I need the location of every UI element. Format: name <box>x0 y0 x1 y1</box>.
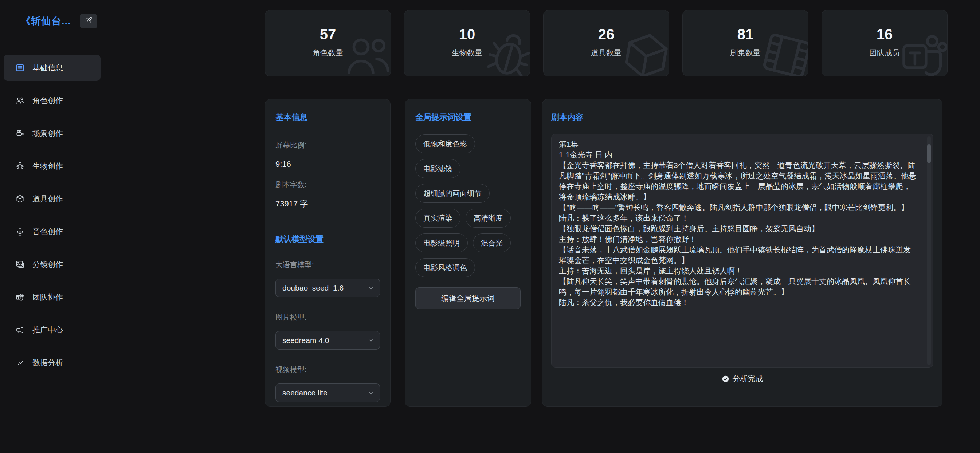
screen-ratio-value: 9:16 <box>275 159 380 169</box>
basic-info-panel: 基本信息 屏幕比例: 9:16 剧本字数: 73917 字 默认模型设置 大语言… <box>265 99 391 407</box>
video-model-select-value: seedance lite <box>282 389 328 397</box>
prompt-tag-row: 低饱和度色彩 <box>415 134 520 153</box>
video-model-label: 视频模型: <box>275 365 380 375</box>
script-scrollbar-track <box>927 136 931 365</box>
prompt-tags: 低饱和度色彩电影滤镜超细腻的画面细节真实渲染高清晰度电影级照明混合光电影风格调色 <box>415 134 520 277</box>
prompt-tag: 低饱和度色彩 <box>415 134 475 153</box>
word-count-label: 剧本字数: <box>275 180 380 190</box>
stat-card: 81剧集数量 <box>682 10 808 76</box>
chevron-down-icon <box>367 337 374 344</box>
script-panel-title: 剧本内容 <box>551 112 933 123</box>
sidebar-item-teams[interactable]: 团队协作 <box>4 284 100 310</box>
sidebar-item-prop-cube[interactable]: 道具创作 <box>4 186 100 212</box>
script-content-box[interactable]: 第1集 1-1金光寺 日 内 【金光寺香客都在拜佛，主持带着3个僧人对着香客回礼… <box>551 134 933 368</box>
sidebar-item-label: 基础信息 <box>32 63 63 73</box>
stats-row: 57角色数量10生物数量26道具数量81剧集数量16团队成员 <box>265 10 948 76</box>
video-model-select[interactable]: seedance lite <box>275 383 380 402</box>
global-prompts-title: 全局提示词设置 <box>415 112 520 123</box>
basic-info-title: 基本信息 <box>275 112 380 123</box>
prompt-tag: 真实渲染 <box>415 209 460 227</box>
promotion-megaphone-icon <box>15 325 25 335</box>
prompt-tag: 电影风格调色 <box>415 258 475 277</box>
sidebar-item-label: 角色创作 <box>32 95 63 106</box>
sidebar-item-info-list[interactable]: 基础信息 <box>4 55 100 81</box>
prompt-tag: 电影滤镜 <box>415 159 460 178</box>
check-circle-icon <box>722 375 729 383</box>
sidebar-item-label: 数据分析 <box>32 358 63 368</box>
prompt-tag: 超细腻的画面细节 <box>415 184 490 203</box>
analysis-status-text: 分析完成 <box>733 374 763 384</box>
characters-icon <box>15 96 25 105</box>
edit-square-icon <box>84 16 92 26</box>
stat-card: 26道具数量 <box>543 10 669 76</box>
script-scrollbar-thumb[interactable] <box>927 144 931 163</box>
llm-label: 大语言模型: <box>275 260 380 270</box>
sidebar-item-scene-camera[interactable]: 场景创作 <box>4 120 100 146</box>
prompt-tag-row: 真实渲染高清晰度 <box>415 209 520 227</box>
chevron-down-icon <box>367 389 374 397</box>
prop-cube-icon <box>15 194 25 203</box>
image-model-label: 图片模型: <box>275 312 380 322</box>
sidebar-item-voice-mic[interactable]: 音色创作 <box>4 218 100 245</box>
characters-icon <box>340 28 391 76</box>
prompt-tag: 混合光 <box>473 234 511 252</box>
teams-icon <box>897 28 948 76</box>
project-title: 《斩仙台... <box>21 14 71 28</box>
image-model-select-value: seedream 4.0 <box>282 336 329 345</box>
prompt-tag: 电影级照明 <box>415 234 468 252</box>
screen-ratio-label: 屏幕比例: <box>275 140 380 150</box>
prompt-tag-row: 超细腻的画面细节 <box>415 184 520 203</box>
project-title-row: 《斩仙台... <box>21 14 97 29</box>
info-list-icon <box>15 63 25 73</box>
sidebar-item-label: 场景创作 <box>32 128 63 138</box>
sidebar-item-analytics-chart[interactable]: 数据分析 <box>4 350 100 376</box>
edit-global-prompts-button[interactable]: 编辑全局提示词 <box>415 287 520 309</box>
storyboard-icon <box>15 260 25 269</box>
creature-bug-icon <box>15 161 25 171</box>
voice-mic-icon <box>15 227 25 236</box>
sidebar-item-promotion-megaphone[interactable]: 推广中心 <box>4 317 100 343</box>
sidebar-menu: 基础信息角色创作场景创作生物创作道具创作音色创作分镜创作团队协作推广中心数据分析 <box>4 55 100 382</box>
sidebar-item-label: 分镜创作 <box>32 259 63 269</box>
sidebar-item-characters[interactable]: 角色创作 <box>4 87 100 114</box>
script-panel: 剧本内容 第1集 1-1金光寺 日 内 【金光寺香客都在拜佛，主持带着3个僧人对… <box>542 99 942 407</box>
sidebar-item-storyboard[interactable]: 分镜创作 <box>4 251 100 278</box>
stat-card: 57角色数量 <box>265 10 391 76</box>
prompt-tag: 高清晰度 <box>466 209 511 227</box>
prompt-tag-row: 电影风格调色 <box>415 258 520 277</box>
sidebar-item-label: 生物创作 <box>32 161 63 171</box>
model-settings-title: 默认模型设置 <box>275 234 380 245</box>
global-prompts-panel: 全局提示词设置 低饱和度色彩电影滤镜超细腻的画面细节真实渲染高清晰度电影级照明混… <box>405 99 531 407</box>
app-root: 《斩仙台... 基础信息角色创作场景创作生物创作道具创作音色创作分镜创作团队协作… <box>0 0 980 453</box>
llm-select-value: doubao_seed_1.6 <box>282 284 344 292</box>
stat-card: 16团队成员 <box>821 10 948 76</box>
llm-select[interactable]: doubao_seed_1.6 <box>275 278 380 297</box>
prop-cube-icon <box>614 24 669 76</box>
analysis-status: 分析完成 <box>551 374 933 384</box>
teams-icon <box>15 292 25 302</box>
edit-global-prompts-label: 编辑全局提示词 <box>441 293 495 304</box>
sidebar-item-label: 团队协作 <box>32 292 63 302</box>
script-text: 第1集 1-1金光寺 日 内 【金光寺香客都在拜佛，主持带着3个僧人对着香客回礼… <box>559 139 917 308</box>
sidebar-item-creature-bug[interactable]: 生物创作 <box>4 153 100 179</box>
prompt-tag-row: 电影级照明混合光 <box>415 234 520 252</box>
sidebar-item-label: 推广中心 <box>32 325 63 335</box>
basic-info-divider <box>275 222 380 222</box>
stat-card: 10生物数量 <box>404 10 530 76</box>
sidebar-divider <box>6 46 99 46</box>
prompt-tag-row: 电影滤镜 <box>415 159 520 178</box>
sidebar: 《斩仙台... 基础信息角色创作场景创作生物创作道具创作音色创作分镜创作团队协作… <box>0 0 109 453</box>
word-count-value: 73917 字 <box>275 199 380 210</box>
sidebar-item-label: 音色创作 <box>32 227 63 237</box>
analytics-chart-icon <box>15 358 25 367</box>
chevron-down-icon <box>367 285 374 292</box>
sidebar-item-label: 道具创作 <box>32 194 63 204</box>
image-model-select[interactable]: seedream 4.0 <box>275 331 380 350</box>
scene-camera-icon <box>15 129 25 138</box>
edit-project-title-button[interactable] <box>80 14 97 29</box>
